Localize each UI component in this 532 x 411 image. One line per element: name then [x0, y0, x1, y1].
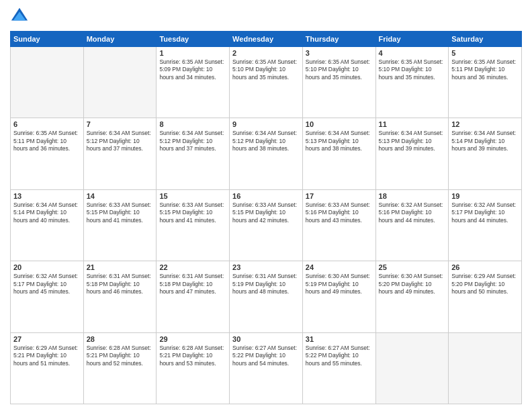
day-info: Sunrise: 6:29 AM Sunset: 5:20 PM Dayligh…: [451, 273, 519, 295]
calendar-cell: 14Sunrise: 6:33 AM Sunset: 5:15 PM Dayli…: [83, 189, 157, 261]
day-info: Sunrise: 6:32 AM Sunset: 5:17 PM Dayligh…: [451, 201, 519, 224]
day-info: Sunrise: 6:34 AM Sunset: 5:12 PM Dayligh…: [159, 130, 226, 152]
day-number: 24: [306, 263, 373, 271]
calendar-cell: 10Sunrise: 6:34 AM Sunset: 5:13 PM Dayli…: [302, 118, 375, 189]
calendar-cell: 25Sunrise: 6:30 AM Sunset: 5:20 PM Dayli…: [375, 261, 449, 332]
day-number: 7: [87, 120, 154, 128]
calendar-cell: 11Sunrise: 6:34 AM Sunset: 5:13 PM Dayli…: [375, 118, 449, 189]
day-number: 11: [379, 120, 446, 128]
calendar-week-3: 13Sunrise: 6:34 AM Sunset: 5:14 PM Dayli…: [11, 189, 522, 261]
calendar-cell: 6Sunrise: 6:35 AM Sunset: 5:11 PM Daylig…: [11, 118, 84, 189]
day-info: Sunrise: 6:35 AM Sunset: 5:09 PM Dayligh…: [159, 58, 226, 81]
day-info: Sunrise: 6:32 AM Sunset: 5:16 PM Dayligh…: [379, 201, 446, 224]
calendar-cell: 2Sunrise: 6:35 AM Sunset: 5:10 PM Daylig…: [230, 47, 303, 118]
day-info: Sunrise: 6:35 AM Sunset: 5:10 PM Dayligh…: [379, 58, 446, 81]
day-number: 14: [87, 192, 154, 200]
day-number: 6: [13, 120, 81, 128]
day-number: 26: [451, 263, 519, 271]
day-info: Sunrise: 6:33 AM Sunset: 5:15 PM Dayligh…: [87, 201, 154, 224]
day-number: 3: [306, 49, 373, 57]
day-info: Sunrise: 6:32 AM Sunset: 5:17 PM Dayligh…: [13, 273, 81, 295]
day-number: 27: [13, 335, 81, 343]
day-info: Sunrise: 6:30 AM Sunset: 5:19 PM Dayligh…: [306, 273, 373, 295]
calendar-cell: 7Sunrise: 6:34 AM Sunset: 5:12 PM Daylig…: [83, 118, 157, 189]
day-info: Sunrise: 6:33 AM Sunset: 5:15 PM Dayligh…: [159, 201, 226, 224]
calendar-cell: 3Sunrise: 6:35 AM Sunset: 5:10 PM Daylig…: [302, 47, 375, 118]
day-info: Sunrise: 6:34 AM Sunset: 5:12 PM Dayligh…: [87, 130, 154, 152]
calendar-cell: 27Sunrise: 6:29 AM Sunset: 5:21 PM Dayli…: [11, 332, 84, 404]
day-info: Sunrise: 6:27 AM Sunset: 5:22 PM Dayligh…: [306, 345, 373, 367]
calendar-week-1: 1Sunrise: 6:35 AM Sunset: 5:09 PM Daylig…: [11, 47, 522, 118]
calendar-cell: [449, 332, 522, 404]
day-number: 29: [159, 335, 226, 343]
day-info: Sunrise: 6:29 AM Sunset: 5:21 PM Dayligh…: [13, 345, 81, 367]
calendar-cell: 30Sunrise: 6:27 AM Sunset: 5:22 PM Dayli…: [230, 332, 303, 404]
day-number: 31: [306, 335, 373, 343]
calendar-week-5: 27Sunrise: 6:29 AM Sunset: 5:21 PM Dayli…: [11, 332, 522, 404]
calendar-cell: 16Sunrise: 6:33 AM Sunset: 5:15 PM Dayli…: [230, 189, 303, 261]
weekday-header-monday: Monday: [83, 32, 157, 47]
day-info: Sunrise: 6:27 AM Sunset: 5:22 PM Dayligh…: [232, 345, 300, 367]
day-info: Sunrise: 6:34 AM Sunset: 5:13 PM Dayligh…: [379, 130, 446, 152]
calendar-week-4: 20Sunrise: 6:32 AM Sunset: 5:17 PM Dayli…: [11, 261, 522, 332]
calendar-cell: 22Sunrise: 6:31 AM Sunset: 5:18 PM Dayli…: [157, 261, 230, 332]
calendar-cell: 19Sunrise: 6:32 AM Sunset: 5:17 PM Dayli…: [449, 189, 522, 261]
day-info: Sunrise: 6:30 AM Sunset: 5:20 PM Dayligh…: [379, 273, 446, 295]
weekday-header-saturday: Saturday: [449, 32, 522, 47]
day-number: 16: [232, 192, 300, 200]
calendar-cell: [83, 47, 157, 118]
weekday-header-sunday: Sunday: [11, 32, 84, 47]
calendar-table: SundayMondayTuesdayWednesdayThursdayFrid…: [10, 31, 522, 404]
calendar-cell: 5Sunrise: 6:35 AM Sunset: 5:11 PM Daylig…: [449, 47, 522, 118]
day-number: 10: [306, 120, 373, 128]
calendar-cell: 29Sunrise: 6:28 AM Sunset: 5:21 PM Dayli…: [157, 332, 230, 404]
calendar-cell: 21Sunrise: 6:31 AM Sunset: 5:18 PM Dayli…: [83, 261, 157, 332]
calendar-cell: 20Sunrise: 6:32 AM Sunset: 5:17 PM Dayli…: [11, 261, 84, 332]
day-number: 8: [159, 120, 226, 128]
day-number: 13: [13, 192, 81, 200]
day-info: Sunrise: 6:28 AM Sunset: 5:21 PM Dayligh…: [159, 345, 226, 367]
day-number: 22: [159, 263, 226, 271]
day-info: Sunrise: 6:35 AM Sunset: 5:11 PM Dayligh…: [451, 58, 519, 81]
calendar-cell: [375, 332, 449, 404]
day-info: Sunrise: 6:34 AM Sunset: 5:14 PM Dayligh…: [451, 130, 519, 152]
calendar-cell: 18Sunrise: 6:32 AM Sunset: 5:16 PM Dayli…: [375, 189, 449, 261]
day-info: Sunrise: 6:35 AM Sunset: 5:10 PM Dayligh…: [232, 58, 300, 81]
weekday-header-wednesday: Wednesday: [230, 32, 303, 47]
day-number: 30: [232, 335, 300, 343]
calendar-cell: 31Sunrise: 6:27 AM Sunset: 5:22 PM Dayli…: [302, 332, 375, 404]
calendar-cell: 15Sunrise: 6:33 AM Sunset: 5:15 PM Dayli…: [157, 189, 230, 261]
calendar-cell: 8Sunrise: 6:34 AM Sunset: 5:12 PM Daylig…: [157, 118, 230, 189]
weekday-header-row: SundayMondayTuesdayWednesdayThursdayFrid…: [11, 32, 522, 47]
calendar-cell: [11, 47, 84, 118]
day-number: 4: [379, 49, 446, 57]
calendar-cell: 9Sunrise: 6:34 AM Sunset: 5:12 PM Daylig…: [230, 118, 303, 189]
day-info: Sunrise: 6:31 AM Sunset: 5:19 PM Dayligh…: [232, 273, 300, 295]
day-number: 18: [379, 192, 446, 200]
calendar-cell: 23Sunrise: 6:31 AM Sunset: 5:19 PM Dayli…: [230, 261, 303, 332]
day-info: Sunrise: 6:34 AM Sunset: 5:12 PM Dayligh…: [232, 130, 300, 152]
calendar-cell: 24Sunrise: 6:30 AM Sunset: 5:19 PM Dayli…: [302, 261, 375, 332]
calendar-cell: 26Sunrise: 6:29 AM Sunset: 5:20 PM Dayli…: [449, 261, 522, 332]
day-number: 15: [159, 192, 226, 200]
day-info: Sunrise: 6:33 AM Sunset: 5:16 PM Dayligh…: [306, 201, 373, 224]
day-number: 25: [379, 263, 446, 271]
day-number: 28: [87, 335, 154, 343]
day-number: 20: [13, 263, 81, 271]
calendar-cell: 4Sunrise: 6:35 AM Sunset: 5:10 PM Daylig…: [375, 47, 449, 118]
day-info: Sunrise: 6:34 AM Sunset: 5:14 PM Dayligh…: [13, 201, 81, 224]
weekday-header-friday: Friday: [375, 32, 449, 47]
header: [10, 7, 522, 26]
day-number: 2: [232, 49, 300, 57]
calendar-cell: 13Sunrise: 6:34 AM Sunset: 5:14 PM Dayli…: [11, 189, 84, 261]
day-info: Sunrise: 6:31 AM Sunset: 5:18 PM Dayligh…: [159, 273, 226, 295]
calendar-cell: 12Sunrise: 6:34 AM Sunset: 5:14 PM Dayli…: [449, 118, 522, 189]
weekday-header-thursday: Thursday: [302, 32, 375, 47]
calendar-cell: 17Sunrise: 6:33 AM Sunset: 5:16 PM Dayli…: [302, 189, 375, 261]
day-info: Sunrise: 6:35 AM Sunset: 5:10 PM Dayligh…: [306, 58, 373, 81]
day-number: 17: [306, 192, 373, 200]
logo-icon: [10, 7, 29, 26]
day-info: Sunrise: 6:35 AM Sunset: 5:11 PM Dayligh…: [13, 130, 81, 152]
day-number: 23: [232, 263, 300, 271]
day-number: 5: [451, 49, 519, 57]
